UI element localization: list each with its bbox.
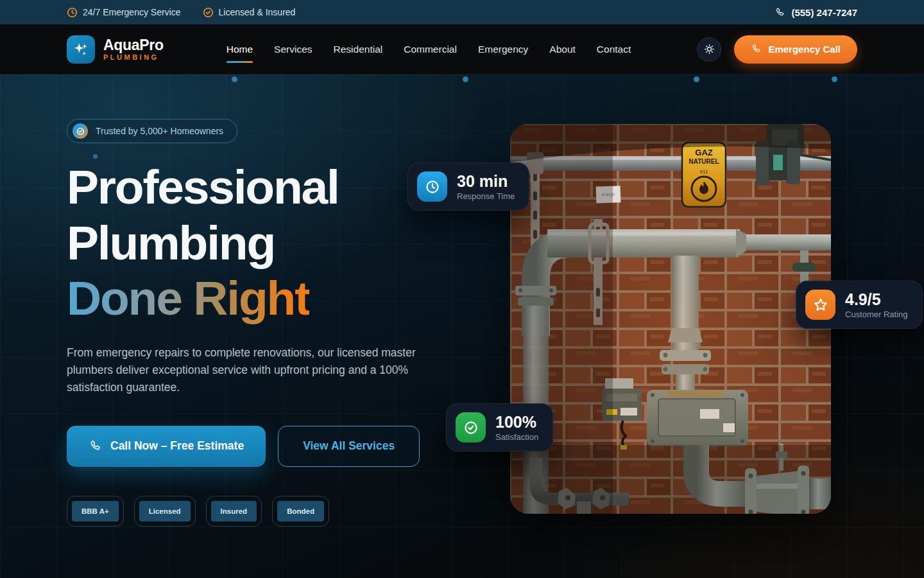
brand-name: AquaPro [103,37,164,53]
nav-link-contact[interactable]: Contact [597,40,631,59]
trusted-badge-label: Trusted by 5,000+ Homeowners [96,126,223,136]
stat-value: 4.9/5 [845,290,908,309]
trust-badges: BBB A+ Licensed Insured Bonded [67,496,452,527]
stat-card-response-time: 30 min Response Time [407,162,529,211]
hero-description: From emergency repairs to complete renov… [67,344,418,396]
badge-check-icon [73,123,88,139]
nav-link-residential[interactable]: Residential [334,40,383,59]
badge-check-icon [203,7,214,18]
decor-dot [694,76,699,82]
pipes-brick-illustration: GAZ NATUREL 911 énergir [510,124,831,514]
trust-badge-insured: Insured [206,496,262,527]
theme-toggle-button[interactable] [697,37,721,62]
sun-icon [704,44,715,55]
brand-text: AquaPro PLUMBING [103,37,164,60]
photo-bottom-shadow [510,445,831,514]
phone-icon [89,439,102,453]
brand-mark [67,35,95,64]
topbar-licensed: Licensed & Insured [203,7,296,18]
page-title: Professional Plumbing Done Right [67,159,452,326]
trust-badge-bonded: Bonded [272,496,329,527]
call-now-button[interactable]: Call Now – Free Estimate [67,426,266,467]
call-now-label: Call Now – Free Estimate [110,439,244,453]
trust-badge-licensed: Licensed [134,496,196,527]
hero-photo: GAZ NATUREL 911 énergir [510,124,831,514]
stat-label: Response Time [457,191,515,201]
nav-link-services[interactable]: Services [274,40,312,59]
trust-badge-bbb: BBB A+ [67,496,124,527]
stat-label: Customer Rating [845,310,908,319]
topbar-emergency-service: 24/7 Emergency Service [67,7,181,18]
hero-content: Trusted by 5,000+ Homeowners Professiona… [67,119,452,527]
check-circle-icon [456,412,486,442]
clock-icon [417,171,447,202]
brand-tagline: PLUMBING [103,53,164,61]
brand-logo[interactable]: AquaPro PLUMBING [67,35,164,64]
phone-icon [751,44,762,55]
title-line-2: Plumbing [67,216,275,270]
nav-link-emergency[interactable]: Emergency [478,40,528,59]
nav-links: Home Services Residential Commercial Eme… [227,40,631,59]
topbar-licensed-label: Licensed & Insured [219,7,296,17]
topbar: 24/7 Emergency Service Licensed & Insure… [0,0,924,24]
navbar: AquaPro PLUMBING Home Services Residenti… [0,24,924,74]
stat-card-satisfaction: 100% Satisfaction [446,403,553,451]
title-line-1: Professional [67,160,339,214]
cta-row: Call Now – Free Estimate View All Servic… [67,426,452,467]
view-all-services-button[interactable]: View All Services [278,426,420,467]
topbar-phone[interactable]: (555) 247-7247 [774,7,857,18]
topbar-emergency-label: 24/7 Emergency Service [83,7,181,17]
clock-icon [67,7,78,18]
decor-dot [232,76,237,82]
hero-section: Trusted by 5,000+ Homeowners Professiona… [0,74,924,578]
star-icon [805,290,835,320]
stat-value: 100% [495,413,538,432]
topbar-phone-number: (555) 247-7247 [791,7,857,18]
sparkles-icon [73,41,89,58]
title-accent: Done Right [67,271,309,325]
stat-label: Satisfaction [495,432,538,442]
decor-dot [832,76,837,82]
phone-icon [774,7,785,18]
decor-dot [463,76,468,82]
nav-link-home[interactable]: Home [227,40,253,59]
stat-value: 30 min [457,172,515,191]
stat-card-rating: 4.9/5 Customer Rating [796,281,923,329]
emergency-call-button[interactable]: Emergency Call [734,35,857,64]
nav-right-controls: Emergency Call [697,35,857,64]
nav-link-about[interactable]: About [549,40,576,59]
nav-link-commercial[interactable]: Commercial [404,40,457,59]
trusted-badge: Trusted by 5,000+ Homeowners [67,119,237,143]
emergency-call-label: Emergency Call [768,44,841,55]
